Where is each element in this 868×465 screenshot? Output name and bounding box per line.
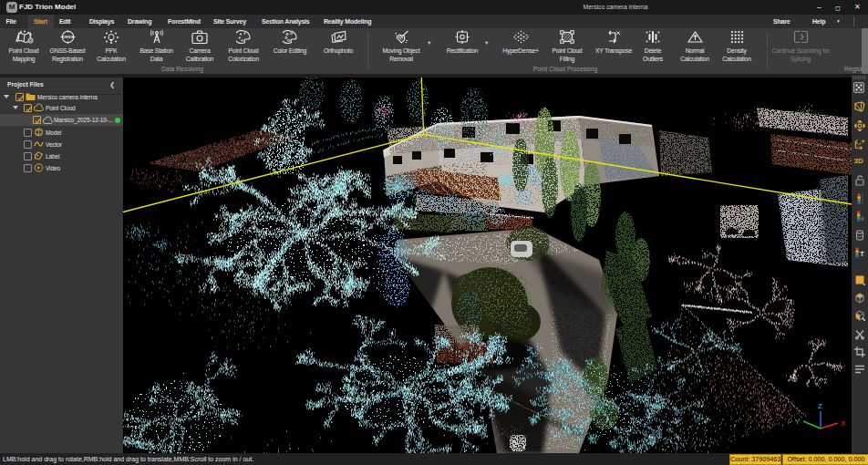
svg-text:Y: Y <box>795 418 801 426</box>
svg-text:X: X <box>841 419 846 428</box>
svg-text:T: T <box>860 249 864 257</box>
svg-text:0: 0 <box>862 216 864 222</box>
svg-text:Z: Z <box>818 402 822 410</box>
